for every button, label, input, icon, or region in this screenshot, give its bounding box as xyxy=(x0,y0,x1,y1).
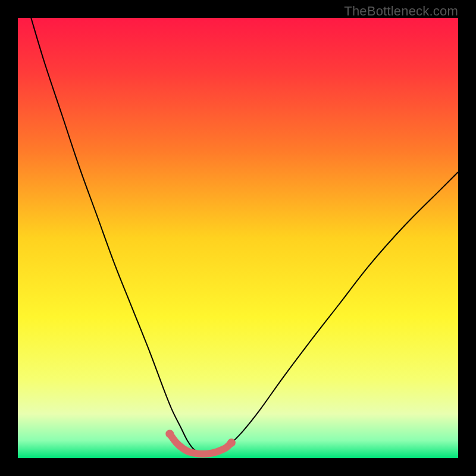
chart-svg xyxy=(18,18,458,458)
plot-area xyxy=(18,18,458,458)
chart-container: TheBottleneck.com xyxy=(0,0,476,476)
highlight-endpoint xyxy=(227,439,236,447)
watermark-text: TheBottleneck.com xyxy=(344,4,458,19)
highlight-endpoint xyxy=(165,430,174,438)
gradient-background xyxy=(18,18,458,458)
